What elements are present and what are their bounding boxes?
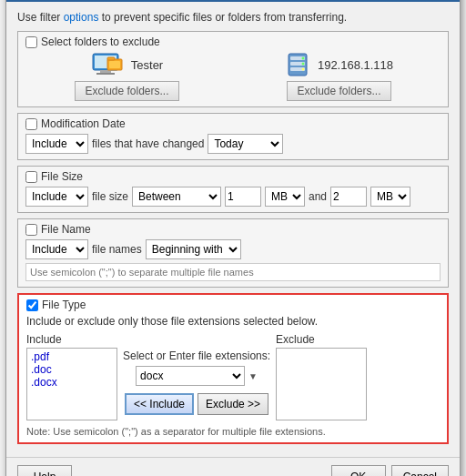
exclude-list-label: Exclude (276, 333, 367, 346)
file-size-label: File Size (41, 170, 83, 183)
file-type-checkbox[interactable] (26, 299, 38, 311)
modification-date-value-select[interactable]: Today Yesterday This Week Last Week (208, 134, 283, 154)
configure-filters-dialog: Configure Filters ✕ Use filter options t… (5, 0, 461, 476)
file-size-unit2-select[interactable]: MB KB GB (370, 187, 410, 207)
include-list-box[interactable]: .pdf .doc .docx (26, 348, 117, 420)
file-size-unit1-select[interactable]: MB KB GB (265, 187, 305, 207)
ext-select-row: docx pdf doc txt xlsx ▼ (136, 366, 258, 386)
svg-rect-6 (96, 73, 115, 75)
file-type-body: Include .pdf .doc .docx Select or Enter … (26, 333, 440, 420)
dropdown-arrow-icon: ▼ (248, 371, 258, 381)
exclude-button[interactable]: Exclude >> (198, 393, 268, 415)
include-item-pdf[interactable]: .pdf (31, 350, 113, 363)
file-size-header: File Size (18, 170, 441, 183)
svg-point-16 (301, 68, 304, 71)
file-name-desc: file names (92, 243, 142, 256)
include-list-container: Include .pdf .doc .docx (26, 333, 117, 420)
cancel-button[interactable]: Cancel (391, 465, 449, 476)
modification-date-section: Modification Date Include Exclude files … (17, 113, 449, 160)
file-size-desc: file size (92, 190, 128, 203)
select-folders-checkbox[interactable] (25, 36, 37, 48)
folder-row: Tester Exclude folders... (25, 52, 441, 101)
select-folders-label: Select folders to exclude (41, 35, 160, 48)
file-size-to-input[interactable] (330, 187, 367, 207)
dialog-body: Use filter options to prevent specific f… (6, 2, 460, 457)
help-button[interactable]: Help (17, 465, 72, 476)
file-size-checkbox[interactable] (25, 171, 37, 183)
include-item-doc[interactable]: .doc (31, 363, 113, 376)
bottom-bar: Help OK Cancel (6, 457, 460, 476)
right-folder-item: 192.168.1.118 Exclude folders... (238, 52, 441, 101)
bottom-right-buttons: OK Cancel (331, 465, 449, 476)
file-type-header: File Type (19, 299, 440, 311)
file-name-section: File Name Include Exclude file names Beg… (17, 218, 449, 288)
svg-rect-8 (107, 57, 115, 60)
right-folder-name: 192.168.1.118 (318, 58, 393, 72)
svg-rect-9 (109, 61, 120, 68)
extension-select[interactable]: docx pdf doc txt xlsx (136, 366, 245, 386)
server-icon-right (285, 52, 310, 77)
modification-date-row: Include Exclude files that have changed … (25, 134, 441, 154)
include-item-docx[interactable]: .docx (31, 376, 113, 389)
file-size-section: File Size Include Exclude file size Betw… (17, 166, 449, 213)
modification-date-include-select[interactable]: Include Exclude (25, 134, 88, 154)
file-name-checkbox[interactable] (25, 224, 37, 236)
modification-date-checkbox[interactable] (25, 118, 37, 130)
file-type-section: File Type Include or exclude only those … (17, 293, 449, 444)
file-size-include-select[interactable]: Include Exclude (25, 187, 88, 207)
svg-point-14 (301, 57, 304, 60)
exclude-list-container: Exclude (276, 333, 367, 420)
left-folder-name: Tester (131, 58, 163, 72)
include-button[interactable]: << Include (125, 393, 194, 415)
file-name-include-select[interactable]: Include Exclude (25, 239, 88, 259)
modification-date-header: Modification Date (18, 117, 441, 130)
options-link[interactable]: options (64, 11, 99, 24)
middle-controls: Select or Enter file extensions: docx pd… (123, 333, 270, 415)
file-type-description: Include or exclude only those file exten… (26, 315, 440, 328)
select-folders-section: Select folders to exclude (17, 31, 449, 107)
select-folders-header: Select folders to exclude (18, 35, 441, 48)
file-name-hint-input[interactable] (25, 263, 441, 281)
left-folder-icon-row: Tester (91, 52, 163, 77)
file-name-label: File Name (41, 223, 91, 236)
modification-date-label: Modification Date (41, 117, 126, 130)
file-type-label: File Type (42, 299, 86, 311)
left-exclude-folders-button[interactable]: Exclude folders... (75, 81, 178, 101)
file-type-note: Note: Use semicolon (";") as a separator… (26, 426, 440, 437)
right-folder-icon-row: 192.168.1.118 (285, 52, 393, 77)
include-exclude-btn-row: << Include Exclude >> (125, 393, 268, 415)
computer-icon-left (91, 52, 124, 77)
file-size-from-input[interactable] (225, 187, 261, 207)
file-size-range-select[interactable]: Between Less Than Greater Than (132, 187, 221, 207)
exclude-list-box[interactable] (276, 348, 367, 420)
file-name-match-select[interactable]: Beginning with Ending with Containing Ma… (146, 239, 241, 259)
ext-select-label: Select or Enter file extensions: (123, 349, 270, 362)
file-size-and: and (309, 190, 327, 203)
include-list-label: Include (26, 333, 117, 346)
top-description: Use filter options to prevent specific f… (17, 11, 449, 24)
file-size-row: Include Exclude file size Between Less T… (25, 187, 441, 207)
left-folder-item: Tester Exclude folders... (25, 52, 228, 101)
file-name-row: Include Exclude file names Beginning wit… (25, 239, 441, 259)
right-exclude-folders-button[interactable]: Exclude folders... (287, 81, 390, 101)
file-name-header: File Name (18, 223, 441, 236)
ok-button[interactable]: OK (331, 465, 386, 476)
svg-point-15 (301, 63, 304, 66)
modification-date-desc: files that have changed (92, 137, 204, 150)
